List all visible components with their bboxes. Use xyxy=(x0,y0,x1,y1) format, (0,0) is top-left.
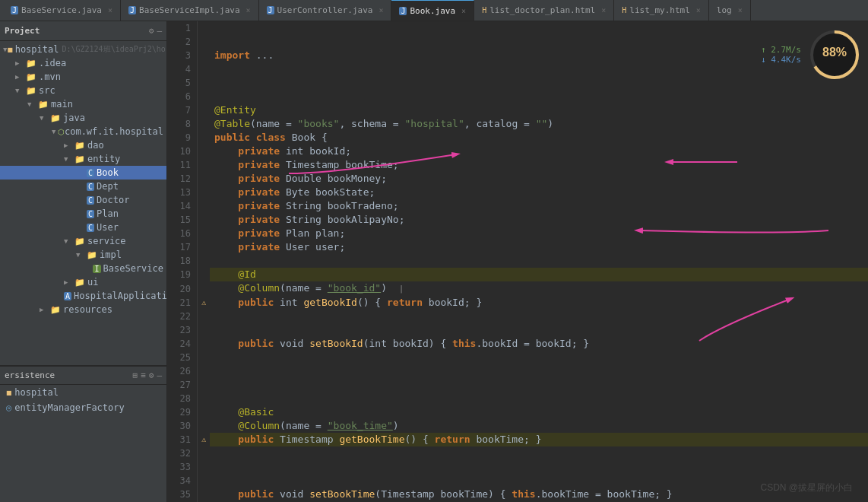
tree-item-dao[interactable]: ▶ 📁 dao xyxy=(0,138,166,152)
tree-item-service[interactable]: ▼ 📁 service xyxy=(0,234,166,248)
tree-item-User[interactable]: C User xyxy=(0,221,166,234)
code-line: 12 private Double bookMoney; xyxy=(167,172,868,186)
code-text xyxy=(210,392,868,405)
minus-icon[interactable]: — xyxy=(157,370,162,380)
tree-item-Book[interactable]: C Book xyxy=(0,166,166,180)
tree-item-Doctor[interactable]: C Doctor xyxy=(0,193,166,207)
line-number: 34 xyxy=(167,474,198,488)
tree-label: ui xyxy=(87,277,98,288)
tab-book[interactable]: J Book.java × xyxy=(391,0,474,21)
line-number: 30 xyxy=(167,419,198,433)
code-text xyxy=(210,254,868,268)
close-icon[interactable]: × xyxy=(108,6,112,14)
code-line: 31 ⚠ public Timestamp getBookTime() { re… xyxy=(167,433,868,446)
project-tree[interactable]: ▼ ◼ hospital D:\GZ2124班\ideaPrj2\hospita… xyxy=(0,41,166,365)
line-gutter xyxy=(198,103,210,117)
tree-label: .mvn xyxy=(39,71,61,82)
code-line: 7 @Entity xyxy=(167,103,868,117)
tree-item-resources[interactable]: ▶ 📁 resources xyxy=(0,303,166,316)
expand-arrow: ▼ xyxy=(64,155,74,163)
persistence-item-entitymanager[interactable]: ◎ entityManagerFactory xyxy=(0,400,166,415)
tree-item-HospitalApp[interactable]: A HospitalApplication xyxy=(0,289,166,303)
tree-item-src[interactable]: ▼ 📁 src xyxy=(0,84,166,97)
tab-baseservice[interactable]: J BaseService.java × xyxy=(3,0,121,21)
tab-label: BaseService.java xyxy=(21,5,102,15)
line-gutter xyxy=(198,172,210,186)
close-icon[interactable]: × xyxy=(738,6,743,14)
folder-icon: 📁 xyxy=(26,59,36,68)
tree-label: Doctor xyxy=(97,195,129,205)
class-icon: C xyxy=(87,169,94,177)
collapse-icon[interactable]: — xyxy=(157,26,162,36)
line-number: 17 xyxy=(167,240,198,254)
line-number: 20 xyxy=(167,281,198,296)
tree-path: D:\GZ2124班\ideaPrj2\hospital xyxy=(62,44,166,55)
close-icon[interactable]: × xyxy=(601,6,606,14)
tree-item-Plan[interactable]: C Plan xyxy=(0,207,166,221)
folder-icon: 📁 xyxy=(74,154,85,164)
expand-arrow: ▶ xyxy=(64,278,74,286)
list-icon[interactable]: ≡ xyxy=(141,370,146,380)
settings-icon[interactable]: ⚙ xyxy=(149,26,154,36)
tab-baseserviceimpl[interactable]: J BaseServiceImpl.java × xyxy=(121,0,259,21)
code-editor[interactable]: 1 2 3 import ... 4 5 6 7 xyxy=(167,21,868,502)
code-line: 33 xyxy=(167,460,868,474)
perf-widget: ↑ 2.7M/s ↓ 4.4K/s 88% xyxy=(761,27,862,82)
close-icon[interactable]: × xyxy=(461,7,466,15)
line-gutter xyxy=(198,186,210,199)
code-line: 24 public void setBookId(int bookId) { t… xyxy=(167,337,868,351)
line-gutter xyxy=(198,337,210,351)
code-text xyxy=(210,323,868,337)
line-number: 11 xyxy=(167,158,198,172)
code-text: private String bookAlipayNo; xyxy=(210,213,868,227)
perf-circle: 88% xyxy=(807,27,862,82)
close-icon[interactable]: × xyxy=(696,6,701,14)
code-text xyxy=(210,310,868,323)
expand-arrow: ▼ xyxy=(27,100,38,108)
folder-icon: 📁 xyxy=(38,100,49,110)
line-number: 31 xyxy=(167,433,198,446)
class-icon: C xyxy=(87,224,94,232)
tree-item-Dept[interactable]: C Dept xyxy=(0,180,166,193)
tree-item-entity[interactable]: ▼ 📁 entity xyxy=(0,152,166,166)
code-line: 28 xyxy=(167,392,868,405)
tab-log[interactable]: log × xyxy=(709,0,751,21)
perf-stats: ↑ 2.7M/s ↓ 4.4K/s xyxy=(761,45,801,65)
code-line: 8 @Table(name = "books", schema = "hospi… xyxy=(167,117,868,131)
line-gutter xyxy=(198,351,210,364)
expand-arrow: ▶ xyxy=(15,59,26,67)
line-number: 27 xyxy=(167,378,198,392)
settings-icon[interactable]: ⚙ xyxy=(149,370,154,380)
expand-arrow: ▶ xyxy=(15,73,26,81)
tab-list-my[interactable]: H list_my.html × xyxy=(614,0,709,21)
tree-item-ui[interactable]: ▶ 📁 ui xyxy=(0,275,166,289)
code-text: private Timestamp bookTime; xyxy=(210,158,868,172)
code-text: private String bookTradeno; xyxy=(210,199,868,213)
tree-item-hospital[interactable]: ▼ ◼ hospital D:\GZ2124班\ideaPrj2\hospita… xyxy=(0,43,166,56)
tree-item-impl[interactable]: ▼ 📁 impl xyxy=(0,248,166,262)
tab-usercontroller[interactable]: J UserController.java × xyxy=(259,0,392,21)
tree-item-com[interactable]: ▼ ⬡ com.wf.it.hospital xyxy=(0,125,166,138)
tree-item-main[interactable]: ▼ 📁 main xyxy=(0,97,166,111)
persistence-item-hospital[interactable]: ◼ hospital xyxy=(0,385,166,400)
line-number: 29 xyxy=(167,405,198,419)
tree-item-mvn[interactable]: ▶ 📁 .mvn xyxy=(0,70,166,84)
tab-label: UserController.java xyxy=(277,5,373,15)
line-number: 5 xyxy=(167,76,198,90)
line-number: 32 xyxy=(167,446,198,460)
close-icon[interactable]: × xyxy=(379,6,383,14)
line-number: 26 xyxy=(167,364,198,378)
tree-item-idea[interactable]: ▶ 📁 .idea xyxy=(0,56,166,70)
class-icon: A xyxy=(64,292,71,300)
code-text: @Column(name = "book_id") | xyxy=(210,281,868,296)
persistence-panel-title: ersistence xyxy=(5,370,55,380)
tree-item-java[interactable]: ▼ 📁 java xyxy=(0,111,166,125)
tree-label: .idea xyxy=(39,58,66,68)
close-icon[interactable]: × xyxy=(246,6,251,14)
perf-down: ↓ 4.4K/s xyxy=(761,55,801,65)
tree-item-BaseService[interactable]: I BaseService xyxy=(0,262,166,275)
java-icon: J xyxy=(399,7,407,15)
tab-list-doctor[interactable]: H list_doctor_plan.html × xyxy=(474,0,614,21)
grid-icon[interactable]: ⊞ xyxy=(133,370,138,380)
line-gutter xyxy=(198,35,210,49)
